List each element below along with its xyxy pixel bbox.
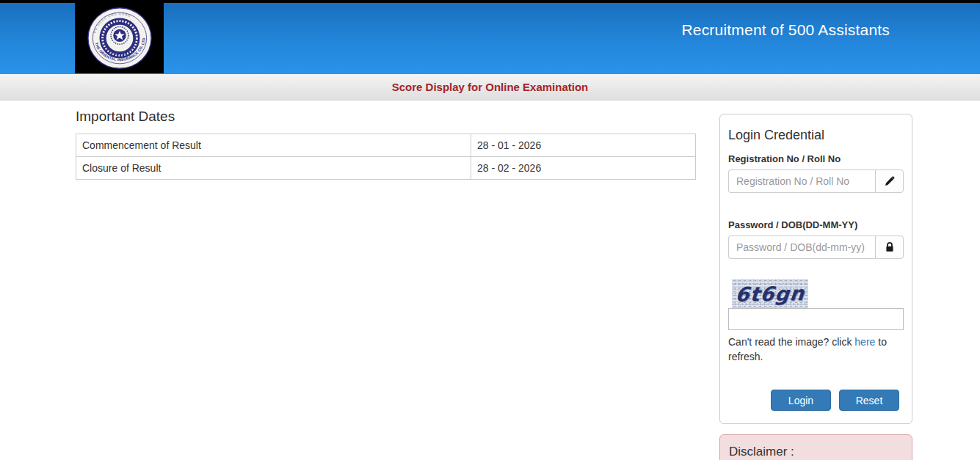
captcha-refresh-link[interactable]: here [854,336,875,348]
date-value: 28 - 02 - 2026 [471,157,696,180]
captcha-help-prefix: Can't read the image? click [728,336,854,348]
header-title: Recruitment of 500 Assistants [681,21,890,39]
captcha-text: 6t6gn [735,282,806,306]
page-title: Score Display for Online Examination [392,81,589,93]
captcha-image: 6t6gn [732,279,808,308]
captcha-input[interactable] [728,308,904,330]
subheader-bar: Score Display for Online Examination [0,74,980,101]
login-heading: Login Credential [728,128,904,143]
registration-input[interactable] [728,169,875,193]
login-button[interactable]: Login [771,390,831,411]
password-input[interactable] [728,236,875,259]
captcha-help-text: Can't read the image? click here to refr… [728,335,899,364]
login-panel: Login Credential Registration No / Roll … [719,114,912,424]
oriental-insurance-logo: ○○ ○○○○ ○○○ ○○○○ THE ORIENTAL INSURANCE … [75,3,164,73]
pencil-icon [884,176,895,187]
disclaimer-panel: Disclaimer : [719,434,912,460]
lock-icon [884,241,896,253]
important-dates-heading: Important Dates [76,109,175,125]
lock-addon [875,236,904,259]
page: ○○ ○○○○ ○○○ ○○○○ THE ORIENTAL INSURANCE … [0,0,980,460]
date-label: Commencement of Result [76,134,471,157]
disclaimer-heading: Disclaimer : [729,445,903,459]
pencil-addon [875,169,904,193]
table-row: Closure of Result 28 - 02 - 2026 [76,157,696,180]
app-header: ○○ ○○○○ ○○○ ○○○○ THE ORIENTAL INSURANCE … [0,3,980,74]
insurance-emblem-icon: ○○ ○○○○ ○○○ ○○○○ THE ORIENTAL INSURANCE … [86,6,153,70]
password-label: Password / DOB(DD-MM-YY) [728,219,904,230]
important-dates-table: Commencement of Result 28 - 01 - 2026 Cl… [76,134,696,180]
reset-button[interactable]: Reset [839,390,899,411]
date-value: 28 - 01 - 2026 [471,134,696,157]
registration-label: Registration No / Roll No [728,153,904,164]
date-label: Closure of Result [76,157,471,180]
table-row: Commencement of Result 28 - 01 - 2026 [76,134,696,157]
